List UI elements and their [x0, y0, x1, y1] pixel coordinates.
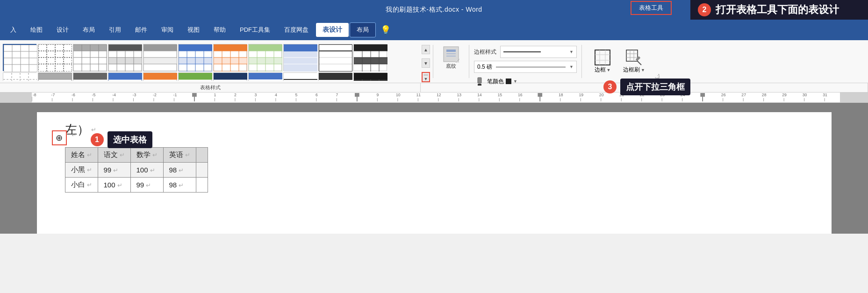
svg-text:-6: -6 — [72, 93, 75, 97]
table-style-r2-5[interactable] — [143, 72, 177, 81]
svg-rect-66 — [284, 51, 317, 71]
border-painter-button[interactable]: 边框刷 ▼ — [618, 47, 650, 76]
table-style-9[interactable] — [283, 44, 317, 71]
nav-item-layout[interactable]: 布局 — [76, 23, 101, 37]
svg-rect-32 — [143, 44, 177, 51]
table-cell-english-2: 98↵ — [163, 178, 196, 193]
svg-text:-3: -3 — [133, 93, 136, 97]
svg-rect-96 — [73, 73, 107, 79]
table-styles-scroll-down[interactable]: ▼ — [422, 58, 430, 68]
svg-rect-70 — [319, 44, 352, 71]
table-styles-grid — [3, 44, 418, 81]
border-painter-arrow[interactable]: ▼ — [641, 68, 645, 72]
table-style-11[interactable] — [353, 44, 387, 71]
nav-item-design[interactable]: 设计 — [50, 23, 75, 37]
border-style-section: 边框样式 ▼ 0.5 磅 ▼ 笔颜色 — [471, 42, 580, 81]
border-icon — [593, 49, 612, 66]
svg-text:10: 10 — [396, 93, 401, 97]
table-style-6[interactable] — [178, 44, 212, 71]
return-char-before-table: ↵ — [72, 131, 77, 138]
svg-rect-232 — [700, 93, 705, 97]
table-style-plain[interactable] — [3, 44, 36, 71]
svg-rect-147 — [446, 56, 456, 57]
svg-rect-56 — [249, 44, 282, 51]
table-style-r2-7[interactable] — [213, 72, 247, 81]
svg-rect-123 — [249, 79, 282, 81]
svg-rect-216 — [538, 93, 542, 97]
svg-rect-131 — [319, 73, 352, 79]
svg-text:14: 14 — [477, 93, 482, 97]
svg-rect-47 — [214, 44, 247, 51]
svg-rect-33 — [143, 57, 177, 64]
svg-text:7: 7 — [336, 93, 338, 97]
border-btn-label: 边框 — [595, 66, 606, 74]
nav-item-table-design[interactable]: 表设计 — [316, 23, 349, 37]
table-style-5[interactable] — [143, 44, 177, 71]
border-style-label: 边框样式 — [474, 48, 497, 56]
table-style-r2-4[interactable] — [108, 72, 142, 81]
pen-weight-dropdown[interactable]: 0.5 磅 ▼ — [474, 61, 577, 73]
table-styles-expand[interactable]: —▼ — [422, 72, 430, 82]
table-row-1-end — [196, 163, 208, 178]
svg-rect-182 — [192, 93, 197, 97]
nav-item-draw[interactable]: 绘图 — [24, 23, 49, 37]
svg-rect-75 — [354, 44, 387, 51]
nav-item-table-layout[interactable]: 布局 — [350, 22, 376, 37]
table-style-r2-1[interactable] — [3, 72, 36, 81]
annotation-2-box: 2 打开表格工具下面的表设计 — [690, 0, 868, 20]
svg-text:29: 29 — [782, 93, 787, 97]
svg-rect-107 — [143, 73, 177, 79]
table-row-xiaobai: 小白↵ 100↵ 99↵ 98↵ — [65, 178, 208, 193]
table-row-xiaohe: 小黑↵ 99↵ 100↵ 98↵ — [65, 163, 208, 178]
table-style-r2-8[interactable] — [248, 72, 282, 81]
svg-rect-145 — [446, 50, 456, 52]
svg-rect-112 — [179, 73, 212, 79]
svg-rect-38 — [179, 44, 212, 51]
table-style-r2-11[interactable] — [353, 72, 387, 81]
table-cell-math-2: 99↵ — [130, 178, 163, 193]
table-style-r2-6[interactable] — [178, 72, 212, 81]
shading-icon — [443, 46, 459, 63]
nav-item-mailings[interactable]: 邮件 — [129, 23, 154, 37]
nav-item-insert[interactable]: 入 — [4, 23, 23, 37]
pen-weight-arrow: ▼ — [569, 64, 574, 69]
table-style-4[interactable] — [108, 44, 142, 71]
table-style-3[interactable] — [73, 44, 107, 71]
step-1-text: 选中表格 — [108, 131, 152, 148]
table-move-handle[interactable]: ⊕ — [52, 130, 67, 145]
step-3-text: 点开下拉三角框 — [620, 79, 690, 95]
border-btn-arrow[interactable]: ▼ — [607, 68, 611, 72]
svg-text:27: 27 — [741, 93, 746, 97]
data-table: 姓名↵ 语文↵ 数学↵ 英语↵ — [65, 147, 208, 193]
shading-button[interactable]: 底纹 — [439, 44, 463, 71]
step-1-badge: 1 — [91, 133, 104, 146]
title-bar: 我的刷题技术-格式.docx - Word 表格工具 2 打开表格工具下面的表设… — [0, 0, 868, 20]
window-title: 我的刷题技术-格式.docx - Word — [386, 6, 482, 14]
table-styles-scroll-up[interactable]: ▲ — [422, 45, 430, 54]
table-style-8[interactable] — [248, 44, 282, 71]
svg-text:31: 31 — [823, 93, 827, 97]
nav-item-pdf[interactable]: PDF工具集 — [233, 23, 277, 37]
svg-rect-101 — [108, 73, 142, 79]
table-style-r2-10[interactable] — [318, 72, 352, 81]
nav-item-references[interactable]: 引用 — [102, 23, 128, 37]
nav-item-help[interactable]: 帮助 — [207, 23, 232, 37]
search-light-icon[interactable]: 💡 — [377, 22, 395, 38]
svg-text:3: 3 — [254, 93, 257, 97]
table-style-7[interactable] — [213, 44, 247, 71]
table-style-10[interactable] — [318, 44, 352, 71]
table-style-r2-3[interactable] — [73, 72, 107, 81]
table-header-row: 姓名↵ 语文↵ 数学↵ 英语↵ — [65, 148, 208, 163]
border-style-dropdown[interactable]: ▼ — [500, 46, 577, 58]
border-painter-icon — [624, 49, 643, 66]
table-style-r2-2[interactable] — [38, 72, 72, 81]
nav-item-baidu[interactable]: 百度网盘 — [278, 23, 315, 37]
table-style-r2-9[interactable] — [283, 72, 317, 81]
table-style-2[interactable] — [38, 44, 72, 71]
border-button[interactable]: 边框 ▼ — [588, 47, 617, 76]
table-header-end — [196, 148, 208, 163]
svg-text:5: 5 — [295, 93, 297, 97]
svg-rect-146 — [446, 53, 456, 54]
nav-item-review[interactable]: 审阅 — [155, 23, 180, 37]
nav-item-view[interactable]: 视图 — [181, 23, 206, 37]
